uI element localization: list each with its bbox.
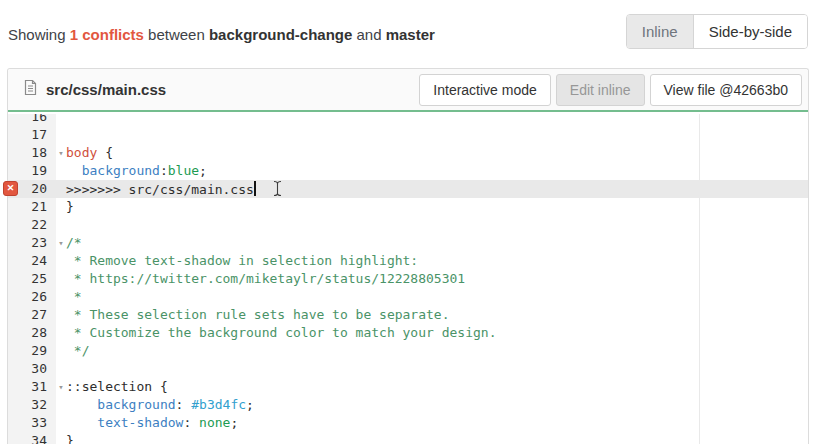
fold-gutter bbox=[56, 414, 66, 432]
code-line[interactable]: 25 * https://twitter.com/miketaylr/statu… bbox=[8, 270, 808, 288]
fold-gutter bbox=[56, 252, 66, 270]
fold-gutter bbox=[56, 126, 66, 144]
fold-gutter bbox=[56, 306, 66, 324]
line-number: 24 bbox=[8, 252, 56, 270]
fold-gutter bbox=[56, 180, 66, 198]
fold-gutter bbox=[56, 342, 66, 360]
line-number: 34 bbox=[8, 432, 56, 444]
line-number: 25 bbox=[8, 270, 56, 288]
code-line[interactable]: 30 bbox=[8, 360, 808, 378]
code-line[interactable]: 19 background:blue; bbox=[8, 162, 808, 180]
summary-prefix: Showing bbox=[8, 26, 70, 43]
code-line-content[interactable]: body { bbox=[66, 144, 808, 162]
code-line[interactable]: 21} bbox=[8, 198, 808, 216]
page-header: Showing 1 conflicts between background-c… bbox=[0, 0, 816, 68]
code-line-content[interactable] bbox=[66, 216, 808, 234]
code-line-content[interactable]: } bbox=[66, 432, 808, 444]
line-number: 20✕ bbox=[8, 180, 56, 198]
code-line-content[interactable]: * These selection rule sets have to be s… bbox=[66, 306, 808, 324]
interactive-mode-button[interactable]: Interactive mode bbox=[419, 74, 551, 106]
code-line-content[interactable]: } bbox=[66, 198, 808, 216]
edit-inline-button[interactable]: Edit inline bbox=[556, 74, 645, 106]
code-line[interactable]: 24 * Remove text-shadow in selection hig… bbox=[8, 252, 808, 270]
code-line-content[interactable]: ::selection { bbox=[66, 378, 808, 396]
code-line-content[interactable]: >>>>>>> src/css/main.css bbox=[66, 180, 808, 198]
line-number: 18 bbox=[8, 144, 56, 162]
code-line-content[interactable]: background:blue; bbox=[66, 162, 808, 180]
line-number: 32 bbox=[8, 396, 56, 414]
code-line-content[interactable] bbox=[66, 126, 808, 144]
code-line[interactable]: 17 bbox=[8, 126, 808, 144]
fold-arrow-icon[interactable]: ▾ bbox=[56, 144, 66, 162]
fold-gutter bbox=[56, 360, 66, 378]
conflict-summary: Showing 1 conflicts between background-c… bbox=[8, 26, 435, 43]
line-number: 23 bbox=[8, 234, 56, 252]
text-caret bbox=[254, 181, 256, 196]
line-number: 31 bbox=[8, 378, 56, 396]
code-line[interactable]: 27 * These selection rule sets have to b… bbox=[8, 306, 808, 324]
fold-gutter bbox=[56, 396, 66, 414]
code-line[interactable]: 34} bbox=[8, 432, 808, 444]
code-line[interactable]: 22 bbox=[8, 216, 808, 234]
line-number: 22 bbox=[8, 216, 56, 234]
code-line[interactable]: 29 */ bbox=[8, 342, 808, 360]
code-line[interactable]: 18▾body { bbox=[8, 144, 808, 162]
line-number: 30 bbox=[8, 360, 56, 378]
code-line-content[interactable]: * Remove text-shadow in selection highli… bbox=[66, 252, 808, 270]
fold-gutter bbox=[56, 162, 66, 180]
fold-gutter bbox=[56, 114, 66, 126]
code-line[interactable]: 32 background: #b3d4fc; bbox=[8, 396, 808, 414]
inline-view-button[interactable]: Inline bbox=[627, 15, 694, 48]
fold-gutter bbox=[56, 198, 66, 216]
line-number: 29 bbox=[8, 342, 56, 360]
summary-middle: between bbox=[144, 26, 209, 43]
code-line[interactable]: 26 * bbox=[8, 288, 808, 306]
fold-gutter bbox=[56, 270, 66, 288]
fold-gutter bbox=[56, 324, 66, 342]
line-number: 27 bbox=[8, 306, 56, 324]
code-line-content[interactable] bbox=[66, 114, 808, 126]
line-number: 33 bbox=[8, 414, 56, 432]
branch-b: master bbox=[386, 26, 435, 43]
code-line-content[interactable]: * https://twitter.com/miketaylr/status/1… bbox=[66, 270, 808, 288]
file-panel-actions: Interactive mode Edit inline View file @… bbox=[419, 74, 802, 106]
conflict-count: 1 conflicts bbox=[70, 26, 144, 43]
code-line[interactable]: 28 * Customize the background color to m… bbox=[8, 324, 808, 342]
fold-gutter bbox=[56, 216, 66, 234]
code-line-content[interactable]: background: #b3d4fc; bbox=[66, 396, 808, 414]
code-line-content[interactable]: /* bbox=[66, 234, 808, 252]
code-line[interactable]: 31▾::selection { bbox=[8, 378, 808, 396]
line-number: 16 bbox=[8, 114, 56, 126]
line-number: 21 bbox=[8, 198, 56, 216]
line-number: 17 bbox=[8, 126, 56, 144]
conflict-marker-icon: ✕ bbox=[3, 181, 18, 196]
view-file-button[interactable]: View file @42663b0 bbox=[650, 74, 802, 106]
code-line-content[interactable]: * bbox=[66, 288, 808, 306]
code-line-content[interactable]: */ bbox=[66, 342, 808, 360]
code-editor[interactable]: 161718▾body {19 background:blue;20✕>>>>>… bbox=[8, 114, 808, 444]
code-line-content[interactable]: * Customize the background color to matc… bbox=[66, 324, 808, 342]
code-line[interactable]: 16 bbox=[8, 114, 808, 126]
code-line-content[interactable] bbox=[66, 360, 808, 378]
file-panel: src/css/main.css Interactive mode Edit i… bbox=[7, 68, 809, 444]
fold-gutter bbox=[56, 288, 66, 306]
file-path: src/css/main.css bbox=[46, 81, 166, 98]
file-icon bbox=[23, 79, 38, 100]
branch-a: background-change bbox=[209, 26, 352, 43]
fold-gutter bbox=[56, 432, 66, 444]
fold-arrow-icon[interactable]: ▾ bbox=[56, 378, 66, 396]
view-mode-toggle: Inline Side-by-side bbox=[626, 14, 808, 49]
code-lines: 161718▾body {19 background:blue;20✕>>>>>… bbox=[8, 114, 808, 444]
line-number: 28 bbox=[8, 324, 56, 342]
side-by-side-view-button[interactable]: Side-by-side bbox=[694, 15, 807, 48]
summary-and: and bbox=[352, 26, 385, 43]
code-line[interactable]: 20✕>>>>>>> src/css/main.css bbox=[8, 180, 808, 198]
file-panel-header: src/css/main.css Interactive mode Edit i… bbox=[8, 69, 808, 112]
code-line-content[interactable]: text-shadow: none; bbox=[66, 414, 808, 432]
line-number: 26 bbox=[8, 288, 56, 306]
clipped-top-line: 16 bbox=[8, 114, 808, 126]
fold-arrow-icon[interactable]: ▾ bbox=[56, 234, 66, 252]
code-line[interactable]: 23▾/* bbox=[8, 234, 808, 252]
code-line[interactable]: 33 text-shadow: none; bbox=[8, 414, 808, 432]
line-number: 19 bbox=[8, 162, 56, 180]
